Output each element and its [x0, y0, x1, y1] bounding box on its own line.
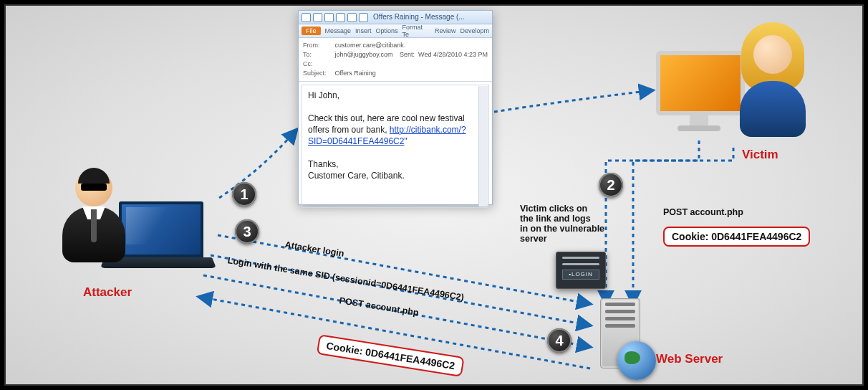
victim-monitor-icon — [656, 51, 742, 130]
email-window-title: Offers Raining - Message (... — [373, 11, 465, 24]
victim-person-icon — [733, 22, 812, 148]
email-headers: From: customer.care@citibank. Sent: Wed … — [299, 38, 492, 82]
ribbon-tab-format[interactable]: Format Te — [402, 24, 430, 38]
ribbon-file-tab[interactable]: File — [302, 27, 321, 35]
step-badge-2: 2 — [599, 173, 623, 197]
same-sid-caption: Login with the same SID (sessionid=0D644… — [227, 255, 465, 303]
hdr-subject-label: Subject: — [303, 69, 333, 78]
post-left-caption: POST account.php — [339, 295, 420, 318]
ribbon-tab-review[interactable]: Review — [435, 27, 456, 34]
ribbon-tab-insert[interactable]: Insert — [355, 27, 372, 34]
attacker-label: Attacker — [83, 285, 132, 300]
email-sign1: Thanks, — [308, 158, 483, 170]
hdr-from-value: customer.care@citibank. — [335, 42, 406, 49]
victim-click-caption: Victim clicks on the link and logs in on… — [520, 204, 604, 244]
titlebar-icon — [302, 13, 311, 22]
email-sign2: Customer Care, Citibank. — [308, 170, 483, 181]
hdr-from-label: From: — [303, 41, 333, 50]
email-body-quote: " — [404, 136, 407, 146]
qat-save-icon — [313, 13, 322, 22]
email-ribbon: File Message Insert Options Format Te Re… — [299, 24, 492, 38]
step-badge-4: 4 — [547, 328, 572, 353]
email-titlebar: Offers Raining - Message (... — [299, 11, 492, 24]
hdr-cc-label: Cc: — [303, 60, 333, 69]
email-greeting: Hi John, — [308, 90, 483, 101]
login-button-icon: •LOGIN — [562, 270, 599, 280]
qat-next-icon — [347, 13, 357, 22]
step-badge-1: 1 — [232, 182, 256, 206]
hdr-sent-label: Sent: — [400, 51, 415, 58]
post-right-caption: POST account.php — [663, 207, 743, 217]
login-form-icon: •LOGIN — [556, 252, 606, 289]
phishing-email-window: Offers Raining - Message (... File Messa… — [298, 10, 493, 205]
step-badge-3: 3 — [235, 219, 259, 244]
ribbon-tab-message[interactable]: Message — [325, 27, 352, 34]
attacker-person-icon — [54, 169, 133, 277]
hdr-to-label: To: — [303, 50, 333, 60]
victim-label: Victim — [742, 148, 778, 162]
attacker-login-caption: Attacker login — [284, 239, 345, 259]
diagram-stage: Offers Raining - Message (... File Messa… — [4, 4, 864, 386]
hdr-subject-value: Offers Raining — [335, 70, 376, 77]
web-server-figure — [592, 298, 649, 377]
qat-undo-icon — [324, 13, 334, 22]
web-server-label: Web Server — [656, 352, 723, 366]
email-scrollbar[interactable] — [478, 86, 488, 206]
cookie-callout-right: Cookie: 0D6441FEA4496C2 — [663, 227, 810, 247]
qat-redo-icon — [336, 13, 345, 22]
email-body: Hi John, Check this out, here are cool n… — [302, 85, 489, 208]
ribbon-tab-options[interactable]: Options — [376, 27, 398, 34]
attacker-figure — [54, 169, 191, 291]
hdr-sent-value: Wed 4/28/2010 4:23 PM — [418, 51, 488, 58]
attacker-laptop-icon — [119, 201, 219, 280]
qat-prev-icon — [359, 13, 368, 22]
ribbon-tab-developer[interactable]: Developm — [460, 27, 489, 34]
hdr-to-value: john@juggyboy.com — [335, 51, 393, 58]
globe-icon — [617, 341, 656, 380]
victim-figure — [656, 22, 821, 158]
cookie-callout-left: Cookie: 0D6441FEA4496C2 — [317, 334, 465, 377]
